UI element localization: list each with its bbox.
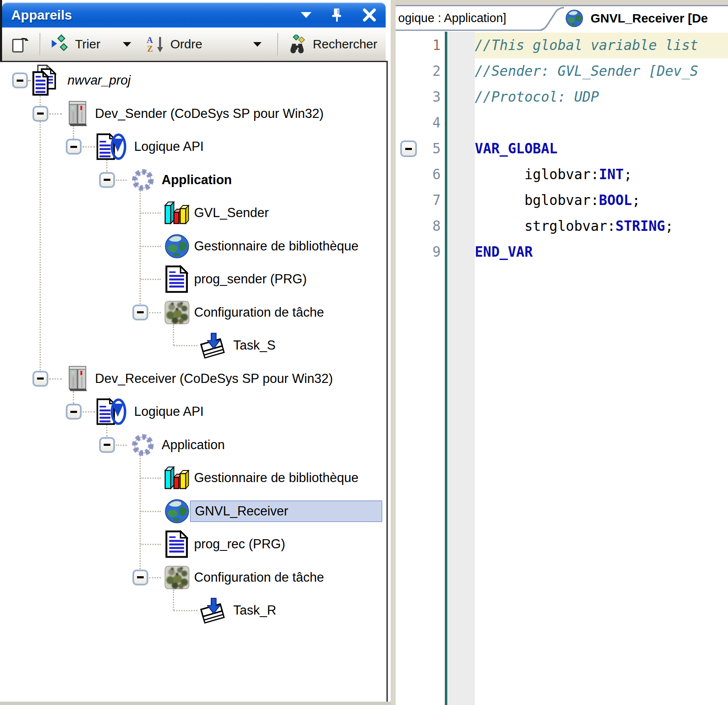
- line-number: 3: [396, 84, 441, 110]
- task-config-icon[interactable]: [162, 297, 192, 328]
- search-binoculars-icon: [289, 35, 308, 54]
- code-text[interactable]: //Protocol: UDP: [475, 84, 728, 110]
- code-segment-comment: //This global variable list: [475, 37, 698, 53]
- code-line-9[interactable]: 9END_VAR: [396, 239, 728, 265]
- devices-panel-header: Appareils Trier: [0, 0, 386, 61]
- order-dropdown-icon[interactable]: [253, 42, 262, 47]
- code-line-5[interactable]: 5VAR_GLOBAL: [396, 136, 728, 162]
- bar-chart-icon[interactable]: [162, 197, 192, 229]
- document-icon[interactable]: [162, 528, 192, 560]
- code-text[interactable]: [475, 110, 728, 136]
- gear-icon[interactable]: [127, 429, 158, 461]
- code-line-1[interactable]: 1//This global variable list: [396, 32, 728, 58]
- device-icon[interactable]: [62, 98, 93, 130]
- toolbar-separator: [40, 33, 41, 55]
- code-segment-keyword: BOOL: [599, 192, 632, 208]
- tree-connector-stub: [140, 279, 161, 280]
- code-line-8[interactable]: 8 strglobvar:STRING;: [396, 213, 728, 239]
- tree-item-label[interactable]: Dev_Sender (CoDeSys SP pour Win32): [91, 104, 328, 124]
- search-button-label: Rechercher: [313, 37, 377, 51]
- search-button[interactable]: Rechercher: [284, 32, 381, 56]
- order-button-label: Ordre: [170, 37, 202, 51]
- device-icon[interactable]: [62, 363, 93, 395]
- panel-menu-dropdown-icon[interactable]: [301, 12, 312, 18]
- tree-item-logique-api: Logique API: [0, 395, 385, 428]
- svg-text:Z: Z: [147, 44, 153, 53]
- tree-item-label[interactable]: Task_S: [229, 335, 280, 355]
- collapse-toggle-icon[interactable]: [32, 106, 48, 122]
- bar-chart-icon[interactable]: [162, 462, 192, 494]
- code-text[interactable]: VAR_GLOBAL: [475, 136, 728, 162]
- tree-item-label[interactable]: GVL_Sender: [190, 203, 273, 223]
- project-docs-icon[interactable]: [30, 65, 61, 96]
- gear-icon[interactable]: [127, 164, 158, 196]
- tree-item-label[interactable]: Configuration de tâche: [190, 302, 328, 322]
- tree-item-nwvar-proj: nwvar_proj: [0, 64, 385, 97]
- tree-item-label[interactable]: Task_R: [229, 600, 280, 620]
- code-line-6[interactable]: 6 iglobvar:INT;: [396, 162, 728, 188]
- collapse-toggle-icon[interactable]: [132, 305, 148, 320]
- code-line-2[interactable]: 2//Sender: GVL_Sender [Dev_S: [396, 58, 728, 84]
- sort-button[interactable]: Trier: [47, 32, 135, 56]
- collapse-toggle-icon[interactable]: [132, 570, 148, 585]
- code-text[interactable]: iglobvar:INT;: [475, 162, 728, 188]
- task-config-icon[interactable]: [162, 562, 192, 593]
- line-number: 7: [396, 188, 441, 213]
- tree-item-label[interactable]: GNVL_Receiver: [190, 500, 382, 522]
- inactive-tab-underline: [396, 30, 542, 31]
- globe-icon[interactable]: [162, 230, 192, 262]
- tree-item-label[interactable]: prog_rec (PRG): [190, 534, 289, 554]
- tree-item-label[interactable]: Gestionnaire de bibliothèque: [190, 468, 363, 488]
- pin-icon[interactable]: [330, 7, 344, 23]
- devices-panel-titlebar[interactable]: Appareils: [2, 2, 386, 28]
- code-segment-keyword: VAR_GLOBAL: [475, 140, 558, 157]
- tree-item-label[interactable]: Configuration de tâche: [190, 568, 328, 588]
- tree-connector-stub: [116, 180, 127, 181]
- collapse-toggle-icon[interactable]: [99, 437, 115, 453]
- close-icon[interactable]: [362, 8, 376, 22]
- code-text[interactable]: //Sender: GVL_Sender [Dev_S: [475, 58, 728, 84]
- code-editor[interactable]: 1//This global variable list2//Sender: G…: [396, 32, 728, 705]
- code-text[interactable]: bglobvar:BOOL;: [475, 188, 728, 213]
- tree-item-label[interactable]: Gestionnaire de bibliothèque: [190, 236, 363, 256]
- code-segment-comment: //Protocol: UDP: [475, 89, 599, 105]
- plc-logic-icon[interactable]: [96, 131, 127, 162]
- collapse-toggle-icon[interactable]: [12, 72, 28, 88]
- tree-item-label[interactable]: Dev_Receiver (CoDeSys SP pour Win32): [91, 369, 337, 389]
- code-line-4[interactable]: 4: [396, 110, 728, 136]
- svg-text:A: A: [147, 35, 153, 45]
- tree-item-label[interactable]: nwvar_proj: [63, 70, 135, 90]
- tree-item-application: Application: [0, 428, 385, 462]
- tree-item-gvl-sender: GVL_Sender: [0, 196, 385, 230]
- sort-dropdown-icon[interactable]: [123, 42, 131, 47]
- globe-icon: [565, 9, 584, 28]
- order-button[interactable]: AZ Ordre: [142, 32, 266, 56]
- document-icon[interactable]: [162, 263, 192, 295]
- tree-connector-stub: [140, 212, 161, 214]
- tree-item-label[interactable]: Logique API: [130, 402, 208, 422]
- code-segment-keyword: END_VAR: [475, 244, 533, 260]
- tree-item-label[interactable]: Logique API: [130, 137, 208, 157]
- collapse-toggle-icon[interactable]: [66, 139, 82, 155]
- task-icon[interactable]: [198, 330, 229, 361]
- tree-item-label[interactable]: Application: [157, 435, 229, 455]
- tree-item-label[interactable]: Application: [157, 170, 236, 190]
- code-line-7[interactable]: 7 bglobvar:BOOL;: [396, 188, 728, 213]
- code-text[interactable]: //This global variable list: [475, 32, 728, 58]
- active-tab-slant-edge: [540, 5, 565, 31]
- tree-item-label[interactable]: prog_sender (PRG): [190, 269, 311, 289]
- tab-logique-application[interactable]: ogique : Application]: [396, 6, 544, 30]
- refresh-document-button[interactable]: [6, 32, 34, 56]
- code-text[interactable]: END_VAR: [475, 239, 728, 265]
- window-bottom-border: [0, 702, 396, 705]
- task-icon[interactable]: [198, 595, 229, 626]
- code-line-3[interactable]: 3//Protocol: UDP: [396, 84, 728, 110]
- tab-gnvl-receiver[interactable]: GNVL_Receiver [De: [565, 6, 728, 30]
- globe-icon[interactable]: [162, 495, 192, 527]
- tree-connector-stub: [116, 445, 127, 446]
- collapse-toggle-icon[interactable]: [32, 371, 48, 387]
- collapse-toggle-icon[interactable]: [66, 404, 82, 420]
- code-text[interactable]: strglobvar:STRING;: [475, 213, 728, 239]
- collapse-toggle-icon[interactable]: [99, 172, 115, 188]
- plc-logic-icon[interactable]: [96, 396, 127, 428]
